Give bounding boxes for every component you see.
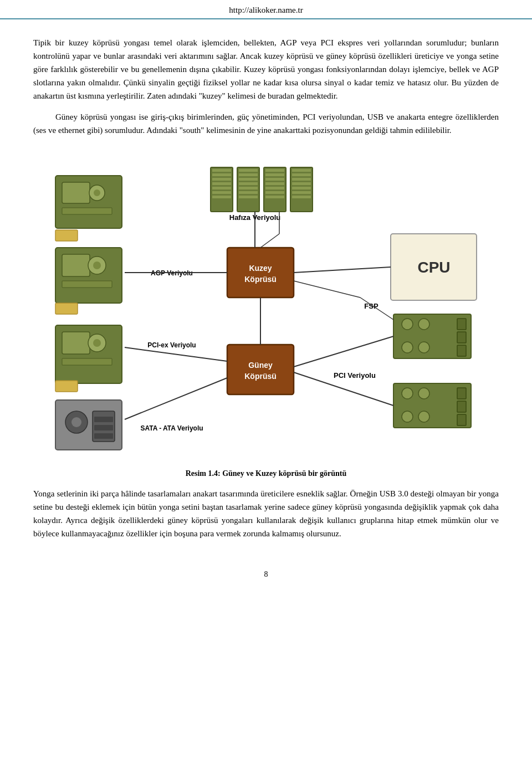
- page-footer: 8: [0, 565, 532, 585]
- svg-rect-36: [239, 178, 258, 181]
- svg-point-70: [418, 388, 429, 399]
- svg-rect-16: [62, 358, 112, 365]
- svg-point-69: [402, 388, 413, 399]
- sata-label: SATA - ATA Veriyolu: [140, 424, 203, 432]
- svg-point-63: [418, 342, 429, 353]
- svg-rect-24: [94, 433, 113, 439]
- svg-rect-30: [212, 187, 231, 189]
- svg-line-79: [294, 267, 391, 273]
- svg-rect-1: [62, 182, 90, 203]
- svg-line-78: [260, 234, 279, 248]
- svg-rect-23: [94, 425, 113, 430]
- page-content: Tipik bir kuzey köprüsü yongası temel ol…: [0, 19, 532, 559]
- svg-rect-57: [227, 248, 294, 298]
- svg-rect-17: [55, 381, 78, 392]
- pci-ex-label: PCI-ex Veriyolu: [147, 341, 196, 349]
- svg-rect-13: [62, 332, 90, 354]
- svg-rect-56: [292, 196, 311, 198]
- diagram-caption: Resim 1.4: Güney ve Kuzey köprüsü bir gö…: [33, 469, 499, 478]
- svg-line-84: [294, 336, 393, 367]
- svg-rect-29: [212, 182, 231, 185]
- svg-rect-38: [239, 187, 258, 189]
- fsp-label: FSP: [364, 302, 378, 310]
- svg-rect-5: [55, 230, 78, 241]
- svg-point-15: [93, 339, 101, 347]
- svg-point-9: [93, 262, 101, 269]
- svg-rect-47: [265, 191, 284, 194]
- svg-rect-67: [227, 345, 294, 394]
- svg-point-72: [418, 411, 429, 422]
- pci-label: PCI Veriyolu: [334, 371, 376, 380]
- svg-line-83: [125, 378, 227, 419]
- svg-rect-22: [94, 417, 113, 422]
- svg-rect-34: [239, 169, 258, 172]
- svg-rect-10: [62, 281, 112, 288]
- svg-rect-37: [239, 182, 258, 185]
- svg-rect-40: [239, 196, 258, 198]
- svg-point-20: [71, 417, 81, 427]
- svg-rect-75: [457, 414, 466, 425]
- svg-line-86: [294, 281, 360, 298]
- south-bridge-line2: Köprüsü: [244, 372, 277, 381]
- svg-rect-43: [265, 173, 284, 176]
- page-header: http://alikoker.name.tr: [0, 0, 532, 19]
- diagram-container: Hafıza Veriyolu Kuzey Köprüsü CPU FSP Gü…: [39, 148, 493, 458]
- svg-point-61: [418, 319, 429, 330]
- cpu-label: CPU: [417, 259, 450, 276]
- svg-rect-50: [292, 169, 311, 172]
- diagram-svg: Hafıza Veriyolu Kuzey Köprüsü CPU FSP Gü…: [39, 148, 493, 458]
- svg-point-71: [402, 411, 413, 422]
- svg-rect-31: [212, 191, 231, 194]
- svg-point-3: [94, 189, 100, 196]
- svg-rect-46: [265, 187, 284, 189]
- svg-rect-45: [265, 182, 284, 185]
- svg-rect-32: [212, 196, 231, 198]
- svg-rect-51: [292, 173, 311, 176]
- svg-rect-26: [212, 169, 231, 172]
- svg-rect-54: [292, 187, 311, 189]
- north-bridge-line2: Köprüsü: [244, 275, 277, 284]
- svg-rect-27: [212, 173, 231, 176]
- svg-rect-39: [239, 191, 258, 194]
- svg-rect-42: [265, 169, 284, 172]
- paragraph-2: Güney köprüsü yongası ise giriş-çıkış bi…: [33, 110, 499, 137]
- svg-rect-4: [62, 208, 112, 214]
- south-bridge-line1: Güney: [248, 361, 273, 370]
- north-bridge-line1: Kuzey: [249, 264, 272, 273]
- paragraph-after: Yonga setlerinin iki parça hâlinde tasar…: [33, 487, 499, 540]
- page-number: 8: [264, 570, 268, 578]
- svg-rect-65: [457, 332, 466, 343]
- svg-rect-74: [457, 401, 466, 412]
- header-url: http://alikoker.name.tr: [229, 6, 303, 14]
- paragraph-1: Tipik bir kuzey köprüsü yongası temel ol…: [33, 36, 499, 102]
- svg-rect-66: [457, 345, 466, 356]
- svg-rect-55: [292, 191, 311, 194]
- svg-rect-7: [62, 254, 90, 276]
- svg-rect-73: [457, 388, 466, 399]
- svg-rect-64: [457, 319, 466, 330]
- svg-rect-44: [265, 178, 284, 181]
- svg-rect-48: [265, 196, 284, 198]
- svg-rect-52: [292, 178, 311, 181]
- svg-line-82: [125, 347, 227, 361]
- svg-point-60: [402, 319, 413, 330]
- svg-point-62: [402, 342, 413, 353]
- svg-rect-28: [212, 178, 231, 181]
- svg-rect-35: [239, 173, 258, 176]
- svg-rect-53: [292, 182, 311, 185]
- svg-rect-11: [55, 303, 78, 314]
